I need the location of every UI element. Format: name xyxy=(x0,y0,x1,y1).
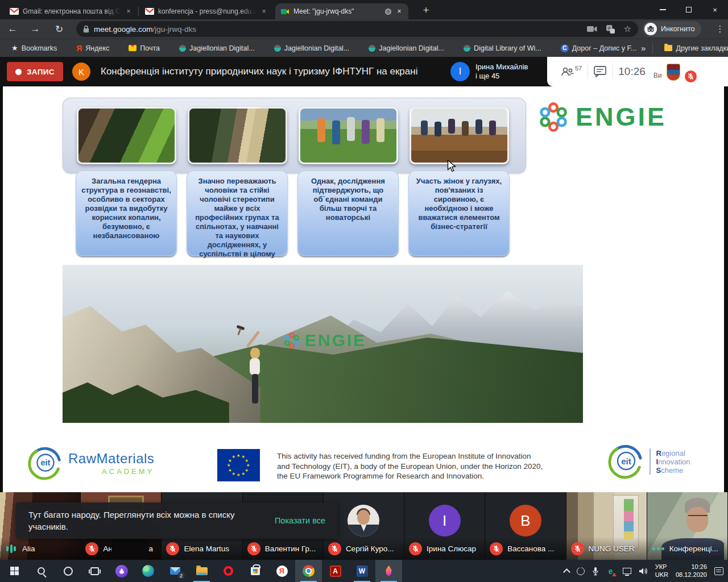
site-icon: C xyxy=(561,44,569,52)
participant-name: Валентин Гр... xyxy=(265,544,316,553)
address-bar[interactable]: meet.google.com/jgu-jrwq-dks A ☆ xyxy=(76,21,638,37)
mic-muted-icon xyxy=(490,542,503,555)
new-tab-button[interactable]: + xyxy=(419,3,433,18)
mic-muted-icon xyxy=(571,542,584,555)
participant-tile[interactable]: NUNG USER xyxy=(566,492,647,560)
alice-button[interactable] xyxy=(108,560,135,582)
slide-photo xyxy=(77,107,176,164)
task-view-icon xyxy=(90,567,99,575)
acrobat-button[interactable]: A xyxy=(322,560,349,582)
camera-permission-icon[interactable] xyxy=(587,26,597,32)
slide-card: Участь жінок у галузях, пов'язаних із си… xyxy=(408,171,510,256)
tab-mail[interactable]: konferencja - press@nung.edu.ua × xyxy=(140,3,273,19)
clock[interactable]: 10:2608.12.2020 xyxy=(676,563,707,579)
other-bookmarks-button[interactable]: Другие закладки xyxy=(660,43,728,54)
forward-button[interactable]: → xyxy=(27,21,43,37)
tab-meet-active[interactable]: Meet: "jgu-jrwq-dks" × xyxy=(275,3,408,19)
volume-icon[interactable] xyxy=(639,567,648,575)
participant-tile[interactable]: Конференці... xyxy=(647,492,728,560)
translate-icon[interactable]: A xyxy=(606,25,615,34)
people-icon xyxy=(561,66,574,77)
bookmark-item[interactable]: Jagiellonian Digital... xyxy=(364,43,449,54)
url-path: /jgu-jrwq-dks xyxy=(153,25,197,34)
tray-sync-icon[interactable] xyxy=(577,567,585,575)
action-center-icon[interactable] xyxy=(714,567,723,575)
cortana-button[interactable] xyxy=(55,560,81,582)
show-all-link[interactable]: Показати все xyxy=(275,516,325,525)
people-count: 57 xyxy=(575,65,582,72)
avatar: І xyxy=(450,62,470,81)
site-icon xyxy=(274,45,281,52)
incognito-icon xyxy=(644,23,657,35)
hiker-figure xyxy=(250,358,260,375)
ris-text: Regional xyxy=(656,449,690,458)
you-label: Ви xyxy=(653,72,662,80)
bookmark-item[interactable]: Jagiellonian Digital... xyxy=(175,43,259,54)
close-button[interactable]: × xyxy=(702,0,728,19)
people-button[interactable]: 57 xyxy=(561,66,582,77)
bookmark-item[interactable]: ★Bookmarks xyxy=(7,42,61,54)
divider xyxy=(650,448,651,475)
bookmark-item[interactable]: ЯЯндекс xyxy=(72,42,114,55)
tab-close-icon[interactable]: × xyxy=(395,7,403,15)
start-button[interactable] xyxy=(1,560,28,582)
tab-recording-indicator-icon xyxy=(385,9,391,15)
bookmark-star-icon[interactable]: ☆ xyxy=(624,24,631,34)
shared-screen: Загальна гендерна структура в геознавств… xyxy=(0,86,728,492)
tab-close-icon[interactable]: × xyxy=(260,7,268,15)
bookmark-item[interactable]: Jagiellonian Digital... xyxy=(270,43,354,54)
back-button[interactable]: ← xyxy=(5,21,20,37)
chrome-button[interactable] xyxy=(295,560,322,582)
opera-button[interactable] xyxy=(215,560,242,582)
tab-gmail[interactable]: Gmail: електронна пошта від Go × xyxy=(5,3,138,19)
store-button[interactable] xyxy=(242,560,268,582)
svg-text:★: ★ xyxy=(228,468,232,473)
language-indicator[interactable]: УКРUKR xyxy=(655,563,668,579)
file-explorer-button[interactable] xyxy=(188,560,215,582)
search-button[interactable] xyxy=(28,560,55,582)
mail-badge: 2 xyxy=(177,572,185,579)
participant-tile[interactable]: В Вассанова ... xyxy=(485,492,566,560)
cortana-icon xyxy=(64,567,73,576)
speaking-indicator-icon xyxy=(5,542,18,555)
folder-icon xyxy=(664,45,672,51)
antivirus-warning-icon[interactable]: e xyxy=(606,567,615,576)
browser-menu-icon[interactable]: ⋮ xyxy=(713,21,727,37)
yandex-icon: Я xyxy=(276,566,288,577)
mic-muted-icon xyxy=(85,542,98,555)
mail-button[interactable]: 2 xyxy=(162,560,188,582)
screen-edge xyxy=(724,86,728,492)
maximize-button[interactable] xyxy=(676,0,702,19)
network-icon[interactable] xyxy=(623,568,631,574)
drop-app-button[interactable] xyxy=(375,560,402,582)
screen-edge xyxy=(0,86,3,492)
bookmark-item[interactable]: CДорог – Допис у F... xyxy=(556,43,641,54)
word-button[interactable]: W xyxy=(349,560,375,582)
rock-hammer xyxy=(237,325,245,330)
chat-button[interactable] xyxy=(594,66,606,77)
edge-icon xyxy=(142,565,154,577)
hidden-icons-chevron-icon[interactable] xyxy=(563,568,570,576)
eit-rawmaterials-logo: eit RawMaterials ACADEMY xyxy=(27,446,154,481)
hiker-figure xyxy=(252,374,258,404)
audio-indicator-icon xyxy=(652,547,665,550)
word-icon: W xyxy=(357,566,368,577)
bookmark-item[interactable]: Почта xyxy=(124,43,164,54)
participant-tile[interactable]: І Ірина Слюсар xyxy=(404,492,485,560)
tab-close-icon[interactable]: × xyxy=(125,7,133,15)
task-view-button[interactable] xyxy=(81,560,108,582)
participants-summary[interactable]: І Ірина Михайліві ще 45 xyxy=(450,59,528,84)
participant-name: Сергій Куро... xyxy=(346,544,394,553)
edge-button[interactable] xyxy=(135,560,162,582)
bookmarks-overflow-icon[interactable]: » xyxy=(641,43,646,53)
reload-button[interactable]: ↻ xyxy=(51,21,67,37)
self-video-thumbnail[interactable] xyxy=(667,64,680,81)
site-icon xyxy=(464,45,470,52)
eit-icon: eit xyxy=(27,446,63,481)
tray-mic-icon[interactable] xyxy=(592,567,599,576)
browser-tab-strip: Gmail: електронна пошта від Go × konfere… xyxy=(0,0,728,19)
yandex-browser-button[interactable]: Я xyxy=(268,560,295,582)
participant-name: Вассанова ... xyxy=(507,544,554,553)
bookmark-item[interactable]: Digital Library of Wi... xyxy=(459,43,546,54)
minimize-button[interactable] xyxy=(650,0,676,19)
